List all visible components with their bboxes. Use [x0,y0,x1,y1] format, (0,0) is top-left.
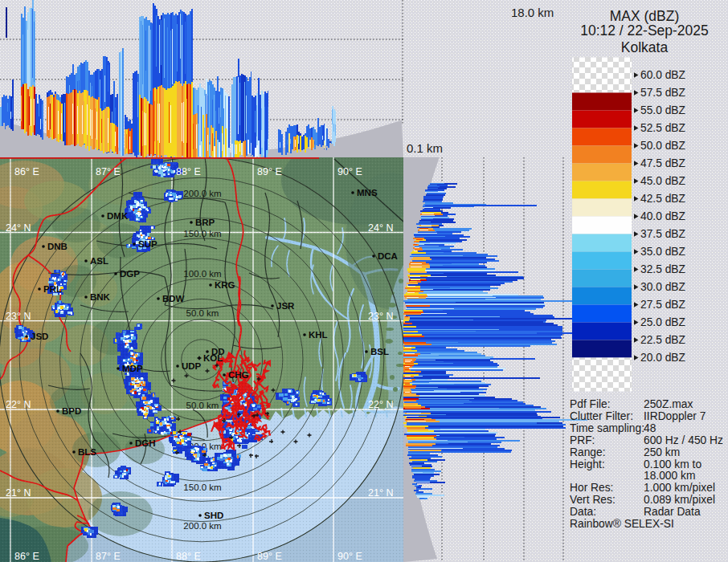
svg-text:50.0 dBZ: 50.0 dBZ [640,140,685,152]
svg-text:JSR: JSR [276,301,295,311]
svg-text:Kolkata: Kolkata [621,39,669,55]
svg-text:52.5 dBZ: 52.5 dBZ [640,122,685,134]
svg-text:87° E: 87° E [96,551,121,562]
svg-text:KOL: KOL [203,353,223,363]
svg-text:27.5 dBZ: 27.5 dBZ [640,299,685,311]
svg-text:18.0 km: 18.0 km [511,6,554,19]
svg-text:Hor Res:: Hor Res: [570,482,613,494]
svg-text:47.5 dBZ: 47.5 dBZ [640,157,685,169]
svg-text:88° E: 88° E [176,166,201,177]
svg-text:DCA: DCA [378,251,398,261]
svg-text:22° N: 22° N [6,399,31,410]
svg-text:55.0 dBZ: 55.0 dBZ [640,104,685,116]
svg-text:PRF:: PRF: [570,434,595,446]
svg-text:0.089 km/pixel: 0.089 km/pixel [644,494,715,506]
svg-text:BPD: BPD [62,406,81,416]
svg-text:KRG: KRG [215,280,235,290]
svg-text:35.0 dBZ: 35.0 dBZ [640,246,685,258]
svg-text:25.0 dBZ: 25.0 dBZ [640,316,685,328]
svg-text:32.5 dBZ: 32.5 dBZ [640,263,685,275]
svg-text:30.0 dBZ: 30.0 dBZ [640,281,685,293]
svg-text:37.5 dBZ: 37.5 dBZ [640,228,685,240]
svg-text:24° N: 24° N [368,222,393,234]
svg-text:86° E: 86° E [14,166,39,177]
svg-text:BRP: BRP [195,218,215,227]
svg-text:40.0 dBZ: 40.0 dBZ [640,210,685,222]
svg-text:10:12 / 22-Sep-2025: 10:12 / 22-Sep-2025 [580,22,709,39]
svg-text:22° N: 22° N [368,399,393,410]
svg-text:MDP: MDP [122,364,143,373]
svg-text:Pdf File:: Pdf File: [570,398,611,410]
svg-text:KHL: KHL [309,330,328,340]
svg-text:57.5 dBZ: 57.5 dBZ [640,87,685,99]
svg-text:90° E: 90° E [337,166,362,177]
svg-text:250Z.max: 250Z.max [644,398,693,410]
svg-text:0.100 km to: 0.100 km to [644,458,701,470]
svg-text:DNB: DNB [47,242,67,251]
svg-text:21° N: 21° N [6,487,31,499]
svg-text:24° N: 24° N [6,222,31,234]
svg-text:IIRDoppler 7: IIRDoppler 7 [644,410,706,422]
svg-text:20.0 dBZ: 20.0 dBZ [640,352,685,364]
svg-text:Clutter Filter:: Clutter Filter: [570,410,633,422]
svg-text:60.0 dBZ: 60.0 dBZ [640,69,685,81]
svg-text:BLS: BLS [78,447,96,457]
svg-text:600 Hz / 450 Hz: 600 Hz / 450 Hz [644,434,723,446]
svg-text:BDW: BDW [162,294,185,303]
svg-text:23° N: 23° N [368,311,393,322]
svg-text:CHG: CHG [228,370,249,380]
svg-text:21° N: 21° N [368,487,393,499]
svg-text:PRL: PRL [43,284,62,294]
svg-text:SUP: SUP [138,239,157,249]
svg-text:23° N: 23° N [6,311,31,322]
svg-text:UDP: UDP [182,361,202,371]
svg-text:Time sampling:: Time sampling: [570,422,644,434]
svg-text:22.5 dBZ: 22.5 dBZ [640,334,685,346]
svg-text:88° E: 88° E [176,551,201,562]
svg-text:DGH: DGH [135,438,156,448]
svg-text:MNS: MNS [357,188,378,198]
svg-text:48: 48 [644,422,656,434]
svg-text:DMK: DMK [107,211,129,221]
svg-text:1.000 km/pixel: 1.000 km/pixel [644,482,715,494]
svg-text:Height:: Height: [570,458,605,470]
svg-text:JSD: JSD [31,332,48,341]
svg-text:ASL: ASL [90,256,108,266]
svg-text:90° E: 90° E [337,551,362,562]
svg-text:DGP: DGP [120,269,140,279]
svg-text:89° E: 89° E [257,166,282,177]
svg-text:BSL: BSL [370,347,389,356]
svg-text:87° E: 87° E [96,166,121,177]
svg-text:Rainbow® SELEX-SI: Rainbow® SELEX-SI [570,518,674,530]
svg-text:Vert Res:: Vert Res: [570,494,616,506]
svg-text:Data:: Data: [570,506,596,518]
svg-text:Range:: Range: [570,446,606,458]
svg-text:89° E: 89° E [257,551,282,562]
svg-text:86° E: 86° E [14,551,39,562]
svg-text:SHD: SHD [204,511,223,520]
svg-text:250 km: 250 km [644,446,680,458]
svg-text:18.000 km: 18.000 km [644,470,695,482]
svg-text:0.1 km: 0.1 km [407,141,443,155]
svg-text:45.0 dBZ: 45.0 dBZ [640,175,685,187]
svg-text:42.5 dBZ: 42.5 dBZ [640,193,685,205]
svg-text:BNK: BNK [90,292,111,302]
svg-text:Radar Data: Radar Data [644,506,701,518]
